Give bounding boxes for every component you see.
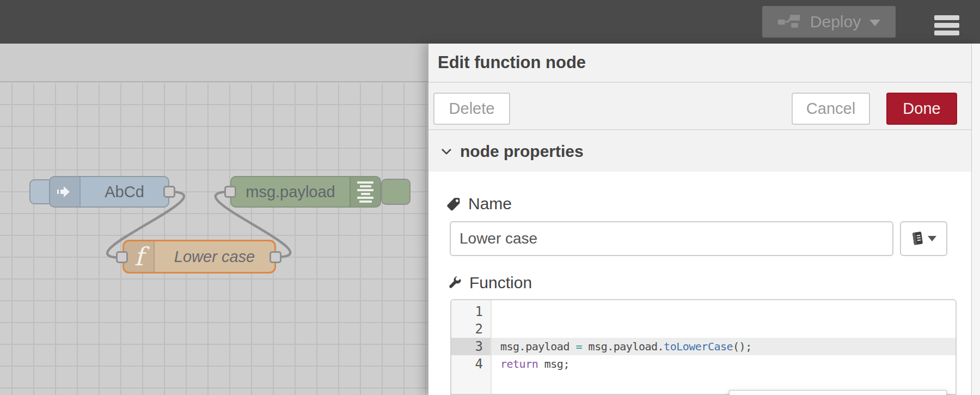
function-output-port[interactable] [270,251,281,263]
code-line-1 [492,303,955,320]
wrench-icon [448,276,462,290]
node-function-selected[interactable]: f Lower case [122,240,276,274]
library-dropdown-menu: Open Library... Save to Library... [729,390,947,395]
node-red-editor: Deploy AbCd [0,0,980,395]
node-properties-section-toggle[interactable]: node properties [428,131,980,172]
editor-gutter: 1 2 3 4 [451,300,492,394]
deploy-label: Deploy [810,13,861,31]
section-label: node properties [460,142,584,161]
tray-title: Edit function node [428,44,980,83]
node-inject[interactable]: AbCd [49,176,169,208]
debug-toggle-button[interactable] [381,179,411,205]
inject-arrow-icon [50,177,81,206]
code-line-4: return msg; [492,355,955,373]
debug-input-port[interactable] [224,186,236,198]
node-label: msg.payload [231,177,350,206]
edit-tray: Edit function node Delete Cancel Done no… [428,44,980,395]
main-menu-button[interactable] [934,15,959,38]
workspace-tab-bar [0,44,428,82]
node-label: Lower case [155,241,274,272]
active-line-number: 3 [451,338,491,355]
deploy-button[interactable]: Deploy [762,6,896,38]
inject-output-port[interactable] [163,186,175,198]
debug-list-icon [350,177,380,206]
cancel-button[interactable]: Cancel [792,93,870,125]
header-bar: Deploy [0,0,980,44]
deploy-options-caret-icon[interactable] [869,20,880,26]
hamburger-icon [934,15,959,20]
name-input[interactable] [450,221,893,256]
editor-code-area[interactable]: msg.payload = msg.payload.toLowerCase();… [492,300,955,394]
name-field-label: Name [446,195,512,213]
book-icon [911,231,924,246]
code-line-3: msg.payload = msg.payload.toLowerCase(); [492,338,955,355]
delete-button[interactable]: Delete [433,93,510,125]
function-field-label: Function [448,274,532,292]
tray-content: Name Functi [428,172,980,395]
function-input-port[interactable] [116,251,128,263]
done-button[interactable]: Done [886,93,957,125]
node-debug[interactable]: msg.payload [230,176,381,208]
function-code-editor[interactable]: 1 2 3 4 msg.payload = msg.payload.toLowe… [450,299,957,395]
tray-scrollbar-track[interactable] [971,44,980,395]
library-caret-icon [928,236,936,241]
code-line-2 [492,320,955,338]
flow-workspace[interactable]: AbCd msg.payload f Lower case [0,44,428,395]
tray-toolbar: Delete Cancel Done [428,84,980,130]
chevron-down-icon [441,148,452,155]
node-label: AbCd [81,177,168,206]
library-button[interactable] [900,221,947,256]
workspace-grid [0,83,428,395]
deploy-icon [777,13,801,31]
function-icon: f [124,241,155,272]
tag-icon [446,197,461,211]
